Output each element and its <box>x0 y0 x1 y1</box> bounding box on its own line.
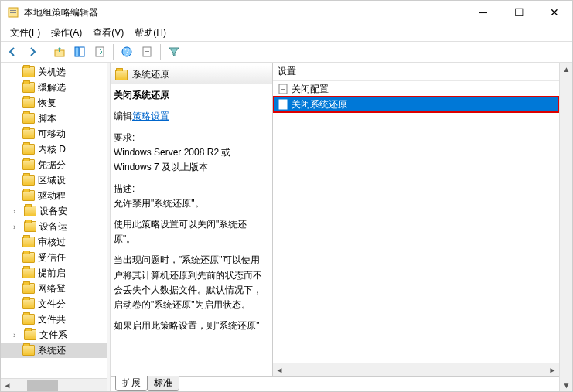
tree-item-label: 受信任 <box>38 251 66 264</box>
tree-item[interactable]: 驱动程 <box>1 188 107 203</box>
svg-rect-2 <box>10 12 16 13</box>
folder-icon <box>22 128 35 139</box>
scroll-left-icon[interactable]: ◄ <box>1 379 14 391</box>
tree-item[interactable]: 脚本 <box>1 111 107 126</box>
maximize-button[interactable]: ☐ <box>501 1 537 24</box>
toolbar: ? <box>1 41 572 63</box>
tree-item[interactable]: 文件共 <box>1 312 107 327</box>
setting-item[interactable]: 关闭配置 <box>273 81 559 97</box>
policy-icon <box>278 84 288 94</box>
back-button[interactable] <box>4 43 21 60</box>
filter-button[interactable] <box>165 43 182 60</box>
folder-icon <box>22 314 35 325</box>
scroll-down-icon[interactable]: ▼ <box>560 379 572 391</box>
tab-extended[interactable]: 扩展 <box>115 376 148 391</box>
folder-icon <box>24 206 36 216</box>
tree-item[interactable]: 关机选 <box>1 64 107 80</box>
tree-item[interactable]: 审核过 <box>1 234 107 250</box>
folder-icon <box>22 159 35 170</box>
folder-icon <box>22 175 35 186</box>
menu-view[interactable]: 查看(V) <box>88 25 128 41</box>
svg-rect-16 <box>281 102 285 103</box>
folder-icon <box>115 70 128 80</box>
tree-item[interactable]: 可移动 <box>1 126 107 141</box>
tree-item[interactable]: ›文件系 <box>1 327 107 343</box>
settings-column-header[interactable]: 设置 <box>273 63 559 81</box>
window-title: 本地组策略编辑器 <box>24 6 466 19</box>
description-text-2: 使用此策略设置可以关闭"系统还原"。 <box>114 217 266 247</box>
tree-item-label: 内核 D <box>38 143 66 156</box>
tree-item-label: 可移动 <box>38 128 66 141</box>
svg-rect-1 <box>10 10 16 11</box>
svg-rect-10 <box>145 49 149 49</box>
tree-item-label: 设备安 <box>39 205 67 218</box>
forward-button[interactable] <box>24 43 41 60</box>
minimize-button[interactable]: ─ <box>466 1 501 24</box>
tree-item[interactable]: ›设备运 <box>1 219 107 234</box>
expand-arrow-icon[interactable]: › <box>13 207 21 216</box>
svg-rect-5 <box>80 47 84 56</box>
right-v-scrollbar[interactable]: ▲ ▼ <box>559 63 572 391</box>
menu-file[interactable]: 文件(F) <box>5 25 45 41</box>
tree-item-label: 脚本 <box>38 112 56 125</box>
folder-icon <box>24 329 36 340</box>
policy-icon <box>278 99 288 110</box>
settings-h-scrollbar[interactable]: ◄ ► <box>273 363 559 376</box>
toolbar-separator <box>46 44 46 60</box>
tree-item-label: 缓解选 <box>38 81 66 94</box>
view-tabs: 扩展 标准 <box>111 376 559 391</box>
close-button[interactable]: ✕ <box>537 1 572 24</box>
help-button[interactable]: ? <box>118 43 135 60</box>
tab-standard[interactable]: 标准 <box>147 376 179 391</box>
edit-policy-link[interactable]: 策略设置 <box>132 111 169 121</box>
tree-item-label: 驱动程 <box>38 189 66 203</box>
svg-text:?: ? <box>124 48 129 56</box>
folder-icon <box>22 113 35 124</box>
tree-item-label: 凭据分 <box>38 159 66 172</box>
expand-arrow-icon[interactable]: › <box>13 331 21 339</box>
tree-item[interactable]: 区域设 <box>1 172 107 188</box>
folder-icon <box>22 345 35 356</box>
export-button[interactable] <box>91 43 108 60</box>
tree-item-label: 文件分 <box>38 298 66 311</box>
expand-arrow-icon[interactable]: › <box>13 223 21 231</box>
tree-item[interactable]: 凭据分 <box>1 157 107 172</box>
folder-icon <box>22 298 35 309</box>
tree-item[interactable]: 受信任 <box>1 250 107 265</box>
folder-icon <box>24 221 36 232</box>
scroll-left-icon[interactable]: ◄ <box>273 363 286 376</box>
properties-button[interactable] <box>138 43 155 60</box>
edit-label: 编辑 <box>114 111 132 121</box>
tree-item-label: 审核过 <box>38 236 66 249</box>
tree-item[interactable]: 恢复 <box>1 95 107 111</box>
tree-item-label: 文件共 <box>38 313 66 326</box>
folder-icon <box>22 66 35 77</box>
show-hide-tree-button[interactable] <box>71 43 88 60</box>
setting-item[interactable]: 关闭系统还原 <box>273 97 559 112</box>
menu-action[interactable]: 操作(A) <box>46 25 87 41</box>
tree-item-label: 关机选 <box>38 66 66 79</box>
tree-item[interactable]: 网络登 <box>1 281 107 296</box>
folder-icon <box>22 268 35 278</box>
tree-item[interactable]: 内核 D <box>1 141 107 157</box>
svg-rect-13 <box>281 87 285 87</box>
tree-item[interactable]: 系统还 <box>1 343 107 358</box>
menu-help[interactable]: 帮助(H) <box>130 25 171 41</box>
app-icon <box>7 6 19 19</box>
scroll-up-icon[interactable]: ▲ <box>560 63 572 75</box>
toolbar-separator <box>113 44 114 60</box>
description-text-1: 允许禁用"系统还原"。 <box>114 198 204 209</box>
tree-item[interactable]: 提前启 <box>1 265 107 281</box>
svg-rect-14 <box>281 89 285 90</box>
setting-item-label: 关闭配置 <box>292 83 329 96</box>
scroll-right-icon[interactable]: ► <box>546 363 559 376</box>
scroll-thumb[interactable] <box>27 380 58 391</box>
settings-panel: 设置 关闭配置关闭系统还原 ◄ ► <box>273 63 559 376</box>
tree-item[interactable]: 文件分 <box>1 296 107 312</box>
tree-item[interactable]: ›设备安 <box>1 203 107 219</box>
up-button[interactable] <box>51 43 68 60</box>
tree-item[interactable]: 缓解选 <box>1 80 107 95</box>
tree-item-label: 区域设 <box>38 174 66 187</box>
tree-h-scrollbar[interactable]: ◄ <box>1 378 107 391</box>
requirements-text: Windows Server 2008 R2 或 Windows 7 及以上版本 <box>114 147 230 172</box>
